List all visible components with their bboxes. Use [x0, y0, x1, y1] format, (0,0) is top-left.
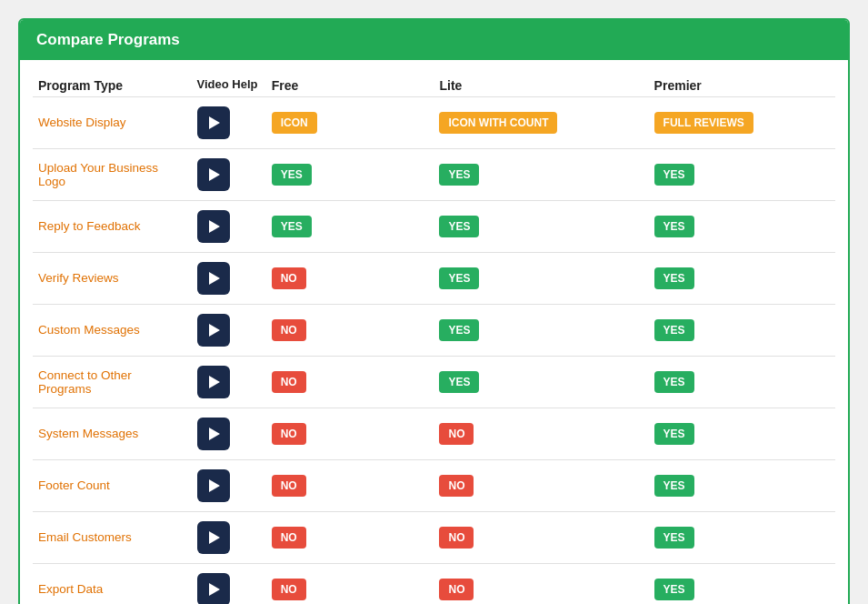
free-badge: YES [272, 216, 312, 237]
play-icon [209, 531, 220, 544]
lite-badge: NO [439, 527, 474, 549]
premier-badge: YES [654, 423, 694, 445]
video-play-button[interactable] [197, 521, 230, 554]
lite-cell: YES [434, 148, 648, 200]
free-badge: NO [272, 267, 306, 289]
free-cell: Icon [266, 96, 434, 148]
free-cell: NO [266, 511, 434, 563]
program-name-cell: System Messages [33, 408, 192, 459]
comparison-table: Program Type Video Help Free Lite Premie… [33, 69, 835, 604]
video-help-cell [192, 148, 266, 200]
col-header-lite: Lite [434, 69, 648, 96]
table-row: Export DataNONOYES [33, 563, 835, 604]
lite-badge: Icon with Count [439, 112, 557, 134]
premier-cell: YES [649, 148, 835, 200]
table-row: Connect to Other ProgramsNOYESYES [33, 356, 835, 408]
premier-cell: YES [649, 356, 835, 408]
video-help-cell [192, 356, 266, 408]
lite-badge: NO [439, 423, 474, 445]
free-cell: NO [266, 304, 434, 356]
col-header-video: Video Help [192, 69, 266, 96]
col-header-free: Free [266, 69, 434, 96]
lite-cell: Icon with Count [434, 96, 648, 148]
premier-badge: YES [654, 164, 694, 186]
table-row: System MessagesNONOYES [33, 408, 835, 459]
table-row: Verify ReviewsNOYESYES [33, 252, 835, 304]
col-header-premier: Premier [649, 69, 835, 96]
video-help-cell [192, 252, 266, 304]
table-row: Upload Your Business LogoYESYESYES [33, 148, 835, 200]
table-row: Email CustomersNONOYES [33, 511, 835, 563]
video-play-button[interactable] [197, 158, 230, 191]
premier-cell: YES [649, 511, 835, 563]
lite-badge: NO [439, 579, 474, 600]
video-help-cell [192, 459, 266, 511]
free-badge: NO [272, 371, 306, 393]
free-badge: YES [272, 164, 312, 186]
play-icon [209, 272, 220, 285]
lite-badge: YES [439, 319, 479, 341]
lite-cell: YES [434, 252, 648, 304]
free-cell: NO [266, 459, 434, 511]
premier-badge: Full Reviews [654, 112, 753, 134]
premier-cell: YES [649, 408, 835, 459]
video-play-button[interactable] [197, 262, 230, 295]
lite-cell: YES [434, 356, 648, 408]
free-badge: NO [272, 475, 306, 497]
program-name-cell: Website Display [33, 96, 192, 148]
video-help-cell [192, 96, 266, 148]
program-name-cell: Export Data [33, 563, 192, 604]
lite-cell: YES [434, 304, 648, 356]
program-name-cell: Verify Reviews [33, 252, 192, 304]
video-play-button[interactable] [197, 314, 230, 347]
lite-cell: YES [434, 200, 648, 252]
video-help-cell [192, 304, 266, 356]
compare-programs-container: Compare Programs Program Type Video Help… [18, 18, 850, 604]
video-play-button[interactable] [197, 106, 230, 139]
table-row: Footer CountNONOYES [33, 459, 835, 511]
video-play-button[interactable] [197, 366, 230, 398]
lite-cell: NO [434, 563, 648, 604]
play-icon [209, 583, 220, 596]
video-help-cell [192, 563, 266, 604]
video-help-cell [192, 408, 266, 459]
video-play-button[interactable] [197, 469, 230, 502]
table-header: Compare Programs [20, 20, 848, 60]
premier-badge: YES [654, 527, 694, 549]
lite-badge: YES [439, 267, 479, 289]
premier-cell: YES [649, 563, 835, 604]
play-icon [209, 220, 220, 233]
table-row: Custom MessagesNOYESYES [33, 304, 835, 356]
col-header-program: Program Type [33, 69, 192, 96]
play-icon [209, 116, 220, 129]
video-play-button[interactable] [197, 573, 230, 604]
play-icon [209, 428, 220, 440]
play-icon [209, 376, 220, 388]
lite-badge: YES [439, 371, 479, 393]
free-badge: NO [272, 579, 306, 600]
free-cell: NO [266, 563, 434, 604]
video-play-button[interactable] [197, 210, 230, 243]
premier-badge: YES [654, 579, 694, 600]
free-badge: NO [272, 319, 306, 341]
premier-badge: YES [654, 319, 694, 341]
lite-cell: NO [434, 511, 648, 563]
premier-badge: YES [654, 267, 694, 289]
program-name-cell: Custom Messages [33, 304, 192, 356]
free-badge: NO [272, 423, 306, 445]
video-play-button[interactable] [197, 418, 230, 450]
free-cell: NO [266, 356, 434, 408]
program-name-cell: Email Customers [33, 511, 192, 563]
table-wrapper: Program Type Video Help Free Lite Premie… [20, 60, 848, 604]
free-cell: YES [266, 148, 434, 200]
free-cell: NO [266, 252, 434, 304]
premier-cell: YES [649, 459, 835, 511]
free-cell: YES [266, 200, 434, 252]
play-icon [209, 324, 220, 337]
program-name-cell: Connect to Other Programs [33, 356, 192, 408]
header-title: Compare Programs [36, 31, 180, 48]
program-name-cell: Upload Your Business Logo [33, 148, 192, 200]
free-badge: Icon [272, 112, 317, 134]
premier-cell: YES [649, 304, 835, 356]
program-name-cell: Footer Count [33, 459, 192, 511]
